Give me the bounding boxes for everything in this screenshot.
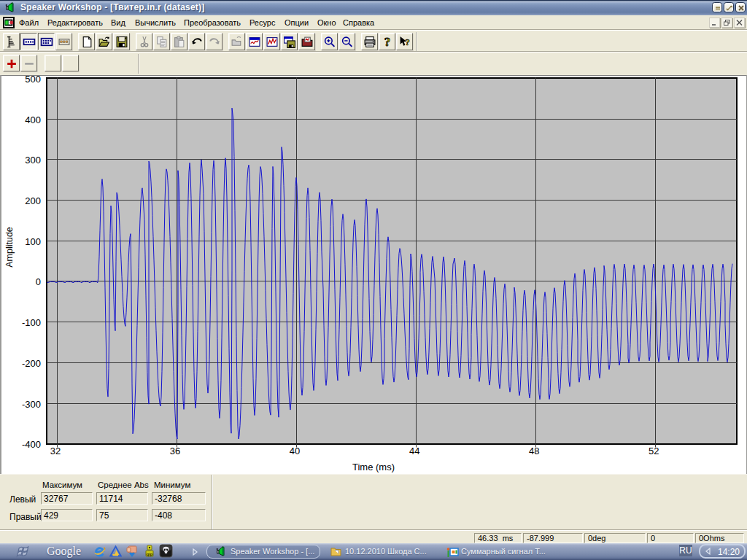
svg-text:qip: qip — [147, 552, 153, 556]
